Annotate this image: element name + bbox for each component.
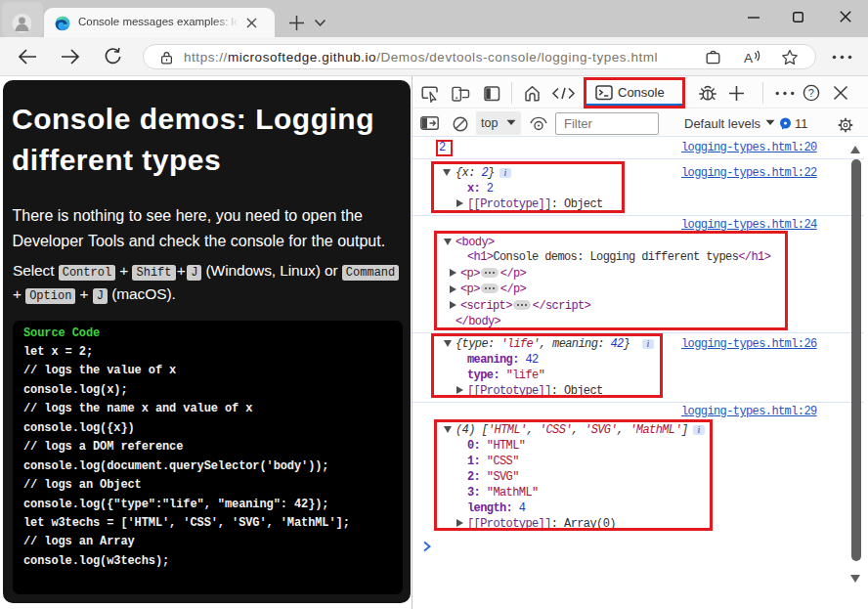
svg-text:?: ? (808, 87, 814, 99)
svg-text:A: A (744, 51, 753, 65)
